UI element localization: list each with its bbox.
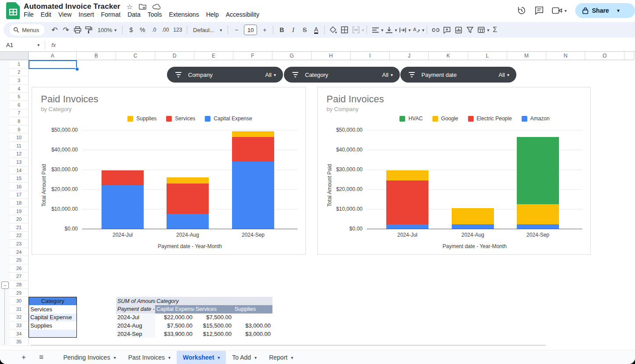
pivot-value-cell[interactable]: $15,500.00 [194, 321, 233, 330]
cloud-saved-icon[interactable] [152, 4, 160, 10]
pivot-row-axis-label[interactable]: Payment date - Y [116, 305, 155, 314]
menu-item-help[interactable]: Help [203, 10, 222, 19]
row-header-1[interactable]: 1 [10, 60, 29, 68]
fill-handle[interactable] [75, 67, 79, 71]
select-all-corner[interactable] [0, 52, 29, 60]
collapse-row-group-button[interactable]: − [1, 281, 9, 289]
font-size-input[interactable]: 10 [244, 25, 257, 35]
insert-comment-icon[interactable] [441, 24, 453, 36]
menu-item-format[interactable]: Format [98, 10, 124, 19]
row-header-22[interactable]: 22 [10, 232, 29, 240]
row-header-30[interactable]: 30 [10, 297, 29, 305]
bold-icon[interactable]: B [276, 24, 287, 36]
document-title[interactable]: Automated Invoice Tracker [24, 2, 120, 11]
row-header-25[interactable]: 25 [10, 256, 29, 264]
row-header-31[interactable]: 31 [10, 305, 29, 314]
create-filter-icon[interactable] [464, 24, 475, 36]
pivot-value-cell[interactable]: $33,900.00 [155, 330, 194, 338]
print-icon[interactable] [72, 24, 83, 36]
category-row-capital-expense[interactable]: Capital Expense [29, 314, 77, 322]
row-header-2[interactable]: 2 [10, 68, 29, 77]
column-header-c[interactable]: C [116, 52, 155, 60]
fill-color-icon[interactable] [327, 24, 339, 36]
row-header-16[interactable]: 16 [10, 183, 29, 191]
pivot-corner-label-2[interactable]: Category [155, 297, 194, 305]
slicer-company[interactable]: CompanyAll▾ [167, 67, 283, 83]
add-sheet-icon[interactable]: + [16, 351, 32, 364]
column-header-g[interactable]: G [272, 52, 312, 60]
theme-style-select[interactable]: Defaul... ▾ [190, 24, 225, 36]
currency-format-icon[interactable]: $ [125, 24, 137, 36]
category-table-header[interactable]: Category [29, 297, 77, 305]
more-number-formats-icon[interactable]: 123 [171, 24, 184, 36]
move-folder-icon[interactable] [139, 4, 146, 10]
category-row-supplies[interactable]: Supplies [29, 321, 77, 330]
row-header-8[interactable]: 8 [10, 117, 29, 126]
row-header-18[interactable]: 18 [10, 199, 29, 207]
increase-font-size-icon[interactable]: + [259, 24, 270, 36]
row-header-12[interactable]: 12 [10, 150, 29, 159]
column-header-n[interactable]: N [546, 52, 585, 60]
pivot-value-cell[interactable]: $3,000.00 [233, 330, 272, 338]
column-header-a[interactable]: A [29, 52, 77, 60]
column-header-d[interactable]: D [155, 52, 194, 60]
row-header-15[interactable]: 15 [10, 174, 29, 183]
sheet-tab-worksheet[interactable]: Worksheet▾ [177, 351, 226, 364]
all-sheets-icon[interactable]: ≡ [33, 351, 49, 364]
slicer-value-dropdown[interactable]: All▾ [382, 72, 393, 78]
column-header-f[interactable]: F [233, 52, 272, 60]
increase-decimal-icon[interactable]: .00 [160, 24, 171, 36]
pivot-value-cell[interactable]: $22,000.00 [155, 314, 194, 322]
zoom-select[interactable]: 100% ▾ [94, 24, 120, 36]
insert-link-icon[interactable] [430, 24, 441, 36]
menu-item-data[interactable]: Data [124, 10, 144, 19]
merge-cells-icon[interactable] [350, 24, 362, 36]
row-header-23[interactable]: 23 [10, 240, 29, 248]
vertical-align-icon[interactable] [383, 24, 395, 36]
column-header-j[interactable]: J [390, 52, 429, 60]
category-row-empty[interactable] [29, 330, 77, 338]
row-header-27[interactable]: 27 [10, 273, 29, 281]
row-header-7[interactable]: 7 [10, 109, 29, 118]
row-header-17[interactable]: 17 [10, 191, 29, 199]
text-rotation-icon[interactable]: A [410, 24, 422, 36]
column-header-e[interactable]: E [194, 52, 233, 60]
borders-icon[interactable] [339, 24, 350, 36]
row-header-6[interactable]: 6 [10, 101, 29, 109]
star-icon[interactable]: ☆ [127, 3, 133, 11]
pivot-corner-label[interactable]: SUM of Amount [116, 297, 155, 305]
decrease-decimal-icon[interactable]: .0 [148, 24, 160, 36]
menu-item-extensions[interactable]: Extensions [165, 10, 202, 19]
pivot-value-cell[interactable]: $3,000.00 [233, 321, 272, 330]
chart-paid-invoices-by-category[interactable]: Paid Invoicesby CategorySuppliesServices… [32, 87, 306, 255]
menus-search-button[interactable]: Menus [10, 24, 44, 36]
sheet-tab-past-invoices[interactable]: Past Invoices▾ [122, 351, 177, 364]
row-header-33[interactable]: 33 [10, 321, 29, 330]
row-header-21[interactable]: 21 [10, 223, 29, 232]
row-header-13[interactable]: 13 [10, 158, 29, 166]
pivot-value-cell[interactable]: $7,500.00 [155, 321, 194, 330]
horizontal-align-icon[interactable] [370, 24, 381, 36]
text-color-icon[interactable]: A [310, 24, 322, 36]
row-header-28[interactable]: 28 [10, 281, 29, 289]
menu-item-insert[interactable]: Insert [75, 10, 98, 19]
insert-chart-icon[interactable] [453, 24, 464, 36]
row-header-14[interactable]: 14 [10, 166, 29, 175]
row-header-10[interactable]: 10 [10, 133, 29, 142]
row-header-24[interactable]: 24 [10, 248, 29, 256]
share-button[interactable]: Share ▾ [575, 3, 635, 18]
undo-icon[interactable]: ↶ [49, 24, 60, 36]
version-history-icon[interactable] [513, 2, 530, 19]
sheet-tab-pending-invoices[interactable]: Pending Invoices▾ [57, 351, 122, 364]
sheet-tab-to-add[interactable]: To Add▾ [226, 351, 263, 364]
strikethrough-icon[interactable]: S [299, 24, 310, 36]
functions-icon[interactable]: Σ [490, 24, 501, 36]
row-header-26[interactable]: 26 [10, 264, 29, 273]
pivot-value-cell[interactable]: $12,500.00 [194, 330, 233, 338]
menu-item-view[interactable]: View [55, 10, 75, 19]
comments-icon[interactable] [530, 2, 548, 19]
pivot-row-label-2024-aug[interactable]: 2024-Aug [116, 321, 155, 330]
horizontal-scrollbar[interactable] [30, 345, 546, 346]
slicer-value-dropdown[interactable]: All▾ [265, 72, 276, 78]
column-header-m[interactable]: M [507, 52, 546, 60]
